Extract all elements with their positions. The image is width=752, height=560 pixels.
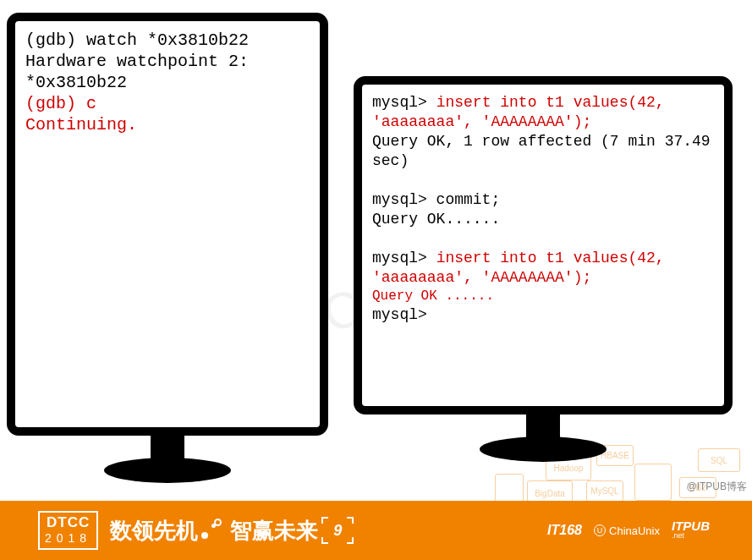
monitor-stand-right xyxy=(492,415,594,465)
brand-chinaunix: U ChinaUnix xyxy=(594,524,660,537)
side-attribution: @ITPUB博客 xyxy=(686,480,747,494)
blank-2 xyxy=(372,229,714,249)
monitor-stand-left xyxy=(117,436,218,486)
hex-mysql: MySQL xyxy=(586,480,623,502)
mysql-queryok-2: Query OK...... xyxy=(372,210,714,229)
gdb-line-continue-cmd: (gdb) c xyxy=(25,93,310,114)
dot-cluster-icon xyxy=(201,519,227,542)
dtcc-text: DTCC xyxy=(45,514,91,531)
gdb-line-hw: Hardware watchpoint 2: *0x3810b22 xyxy=(25,51,310,93)
gdb-line-watch: (gdb) watch *0x3810b22 xyxy=(25,30,310,51)
edition-badge: 9 xyxy=(323,519,352,542)
gdb-line-continuing: Continuing. xyxy=(25,114,310,135)
mysql-commit: mysql> commit; xyxy=(372,190,714,210)
brand-itpub: ITPUB .net xyxy=(672,521,710,540)
mysql-insert-2: mysql> insert into t1 values(42, 'aaaaaa… xyxy=(372,249,714,288)
terminal-mysql: mysql> insert into t1 values(42, 'aaaaaa… xyxy=(354,76,733,415)
brand-it168: IT168 xyxy=(547,523,582,538)
blank-1 xyxy=(372,171,714,190)
slogan: 数领先机 智赢未来 9 xyxy=(110,516,352,546)
u-circle-icon: U xyxy=(594,524,606,536)
mysql-queryok-3: Query OK ...... xyxy=(372,288,714,305)
terminal-gdb: (gdb) watch *0x3810b22 Hardware watchpoi… xyxy=(7,13,328,436)
slogan-part-b: 智赢未来 xyxy=(230,516,318,546)
mysql-prompt: mysql> xyxy=(372,305,714,325)
brand-area: IT168 U ChinaUnix ITPUB .net xyxy=(547,521,710,540)
hex-empty1 xyxy=(634,464,672,501)
footer-banner: DTCC 2018 数领先机 智赢未来 9 IT168 U ChinaUnix … xyxy=(0,501,752,560)
hex-empty2 xyxy=(495,474,524,502)
slogan-part-a: 数领先机 xyxy=(110,516,198,546)
mysql-insert-1: mysql> insert into t1 values(42, 'aaaaaa… xyxy=(372,93,714,132)
monitor-right: mysql> insert into t1 values(42, 'aaaaaa… xyxy=(354,76,733,465)
mysql-queryok-1: Query OK, 1 row affected (7 min 37.49 se… xyxy=(372,132,714,171)
monitor-left: (gdb) watch *0x3810b22 Hardware watchpoi… xyxy=(7,13,328,486)
dtcc-year: 2018 xyxy=(45,531,91,545)
dtcc-logo-box: DTCC 2018 xyxy=(38,511,98,550)
